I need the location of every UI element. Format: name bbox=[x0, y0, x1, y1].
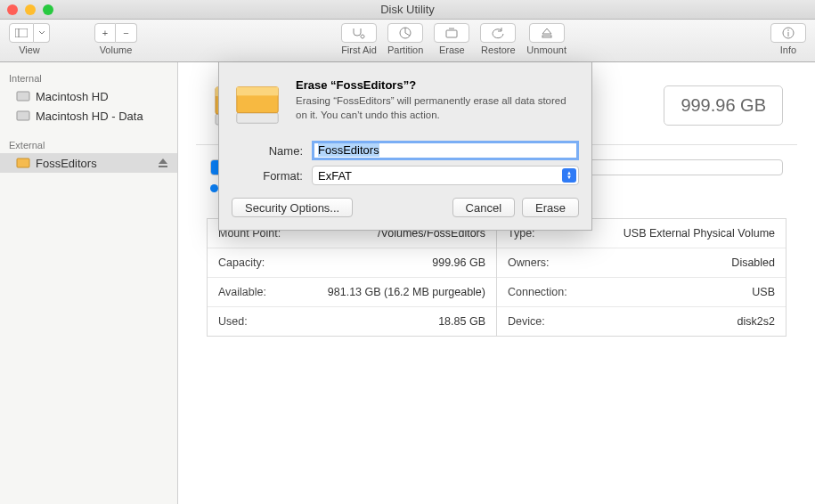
close-button[interactable] bbox=[7, 4, 18, 15]
detail-row-capacity: Capacity:999.96 GB bbox=[208, 248, 496, 278]
info-icon bbox=[782, 27, 795, 39]
erase-button[interactable] bbox=[434, 23, 469, 43]
svg-rect-20 bbox=[237, 87, 278, 96]
detail-key: Available: bbox=[218, 286, 266, 298]
first-aid-label: First Aid bbox=[341, 45, 377, 55]
updown-icon: ▲▼ bbox=[562, 168, 576, 183]
cancel-button[interactable]: Cancel bbox=[452, 198, 515, 217]
svg-rect-12 bbox=[17, 159, 29, 167]
erase-confirm-button[interactable]: Erase bbox=[522, 198, 579, 217]
erase-dialog: Erase “FossEditors”? Erasing “FossEditor… bbox=[218, 62, 592, 231]
svg-rect-11 bbox=[17, 111, 29, 120]
external-disk-icon bbox=[16, 156, 30, 170]
details-table: Mount Point:/Volumes/FossEditors Capacit… bbox=[207, 218, 786, 337]
sidebar-item-label: FossEditors bbox=[36, 157, 97, 170]
sidebar-item-label: Macintosh HD bbox=[36, 90, 109, 103]
sidebar-external-header: External bbox=[0, 136, 177, 153]
svg-rect-3 bbox=[446, 30, 457, 37]
partition-label: Partition bbox=[387, 45, 423, 55]
info-label: Info bbox=[770, 45, 806, 55]
view-sidebar-button[interactable] bbox=[9, 23, 34, 43]
volume-group: + − Volume bbox=[94, 23, 137, 55]
svg-marker-5 bbox=[542, 28, 551, 34]
detail-value: 18.85 GB bbox=[438, 315, 485, 328]
plus-icon: + bbox=[102, 28, 108, 38]
detail-key: Owners: bbox=[508, 256, 550, 269]
chevron-down-icon bbox=[38, 30, 45, 36]
dialog-title: Erase “FossEditors”? bbox=[296, 78, 579, 92]
unmount-button[interactable] bbox=[529, 23, 565, 43]
volume-add-button[interactable]: + bbox=[94, 23, 116, 43]
detail-row-connection: Connection:USB bbox=[497, 278, 786, 307]
name-input[interactable]: FossEditors bbox=[312, 141, 579, 160]
sidebar-item-macintosh-hd[interactable]: Macintosh HD bbox=[0, 86, 177, 106]
security-options-button[interactable]: Security Options... bbox=[232, 198, 353, 217]
volume-label: Volume bbox=[94, 45, 137, 55]
format-label: Format: bbox=[232, 169, 312, 183]
volume-remove-button[interactable]: − bbox=[116, 23, 137, 43]
maximize-button[interactable] bbox=[43, 4, 53, 15]
pie-icon bbox=[398, 26, 412, 40]
svg-rect-18 bbox=[237, 113, 278, 124]
sidebar-item-label: Macintosh HD - Data bbox=[36, 110, 143, 123]
format-select[interactable]: ExFAT ▲▼ bbox=[312, 166, 579, 185]
erase-icon bbox=[444, 27, 459, 39]
hdd-icon bbox=[16, 109, 30, 123]
partition-button[interactable] bbox=[387, 23, 423, 43]
erase-label: Erase bbox=[434, 45, 469, 55]
detail-key: Connection: bbox=[508, 286, 567, 298]
toolbar: View + − Volume First Aid Partition Eras… bbox=[0, 20, 815, 62]
name-input-value: FossEditors bbox=[318, 143, 379, 157]
minimize-button[interactable] bbox=[25, 4, 36, 15]
traffic-lights bbox=[7, 4, 53, 15]
detail-value: 981.13 GB (16.2 MB purgeable) bbox=[328, 286, 485, 298]
svg-rect-6 bbox=[542, 36, 551, 37]
minus-icon: − bbox=[123, 28, 128, 38]
view-label: View bbox=[9, 45, 50, 55]
sidebar-item-fosseditors[interactable]: FossEditors bbox=[0, 153, 177, 173]
sidebar-internal-header: Internal bbox=[0, 69, 177, 86]
svg-marker-13 bbox=[159, 159, 167, 164]
detail-row-device: Device:disk2s2 bbox=[497, 307, 786, 336]
restore-button[interactable] bbox=[480, 23, 516, 43]
detail-key: Device: bbox=[508, 315, 545, 328]
window-title: Disk Utility bbox=[0, 3, 815, 16]
detail-value: USB External Physical Volume bbox=[623, 227, 775, 240]
sidebar-item-macintosh-hd-data[interactable]: Macintosh HD - Data bbox=[0, 106, 177, 126]
view-dropdown-button[interactable] bbox=[34, 23, 50, 43]
detail-key: Capacity: bbox=[218, 256, 265, 269]
format-value: ExFAT bbox=[318, 169, 352, 183]
unmount-label: Unmount bbox=[526, 45, 566, 55]
first-aid-button[interactable] bbox=[341, 23, 377, 43]
detail-value: disk2s2 bbox=[738, 315, 775, 328]
sidebar: Internal Macintosh HD Macintosh HD - Dat… bbox=[0, 62, 178, 504]
detail-value: USB bbox=[752, 286, 775, 298]
stethoscope-icon bbox=[351, 27, 367, 39]
legend-dot bbox=[210, 184, 218, 192]
eject-icon bbox=[541, 27, 553, 39]
svg-rect-0 bbox=[15, 28, 28, 37]
dialog-volume-icon bbox=[232, 78, 283, 130]
hdd-icon bbox=[16, 89, 30, 103]
svg-point-8 bbox=[787, 29, 789, 31]
sidebar-icon bbox=[15, 28, 28, 37]
detail-row-available: Available:981.13 GB (16.2 MB purgeable) bbox=[208, 278, 496, 307]
capacity-badge: 999.96 GB bbox=[664, 85, 783, 126]
titlebar: Disk Utility bbox=[0, 0, 815, 20]
restore-icon bbox=[491, 27, 505, 39]
svg-rect-10 bbox=[17, 92, 29, 101]
detail-value: Disabled bbox=[731, 256, 775, 269]
view-group: View bbox=[9, 23, 50, 55]
name-label: Name: bbox=[232, 144, 312, 158]
detail-row-used: Used:18.85 GB bbox=[208, 307, 496, 336]
restore-label: Restore bbox=[480, 45, 516, 55]
dialog-message: Erasing “FossEditors” will permanently e… bbox=[296, 94, 579, 122]
detail-value: 999.96 GB bbox=[432, 256, 485, 269]
svg-rect-14 bbox=[159, 166, 167, 167]
eject-icon[interactable] bbox=[158, 158, 168, 168]
detail-row-owners: Owners:Disabled bbox=[497, 248, 786, 278]
detail-key: Used: bbox=[218, 315, 248, 328]
info-button[interactable] bbox=[770, 23, 806, 43]
